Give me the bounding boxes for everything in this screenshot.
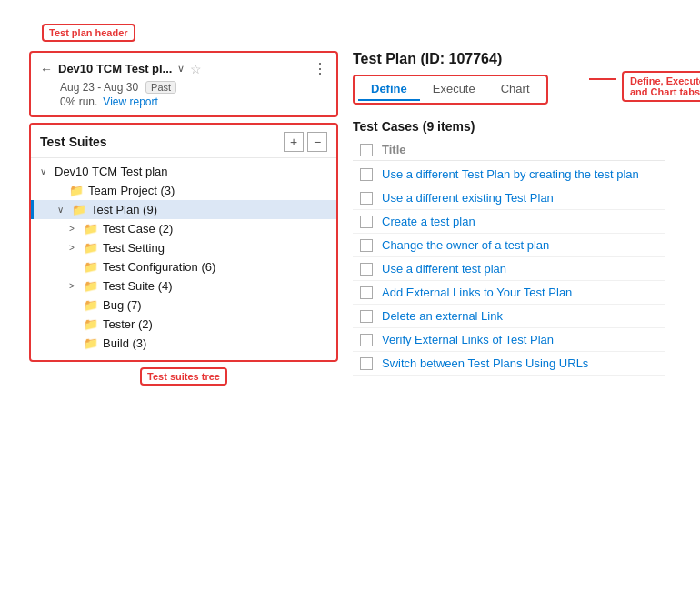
tree-item[interactable]: 📁Bug (7) <box>31 296 336 315</box>
test-suites-tree: ∨Dev10 TCM Test plan📁Team Project (3)∨📁T… <box>31 162 336 353</box>
folder-icon: 📁 <box>84 298 98 312</box>
tab-chart[interactable]: Chart <box>488 78 543 101</box>
folder-icon: 📁 <box>72 203 86 216</box>
test-case-label[interactable]: Create a test plan <box>382 215 475 228</box>
test-case-label[interactable]: Delete an external Link <box>382 309 503 323</box>
expand-chevron-icon: > <box>69 243 80 253</box>
row-checkbox[interactable] <box>360 263 373 276</box>
test-plan-header-annotation: Test plan header <box>42 24 135 42</box>
collapse-suite-button[interactable]: − <box>307 132 327 152</box>
tree-item-label: Dev10 TCM Test plan <box>55 165 168 178</box>
tree-item-label: Team Project (3) <box>88 184 175 197</box>
test-suites-title: Test Suites <box>40 135 280 149</box>
test-suites-panel: Test Suites + − ∨Dev10 TCM Test plan📁Tea… <box>29 123 338 362</box>
folder-icon: 📁 <box>84 279 98 293</box>
tree-item[interactable]: 📁Tester (2) <box>31 315 336 334</box>
folder-icon: 📁 <box>84 222 98 236</box>
row-checkbox[interactable] <box>360 357 373 370</box>
test-case-row: Verify External Links of Test Plan <box>353 328 665 352</box>
test-case-row: Switch between Test Plans Using URLs <box>353 352 665 376</box>
row-checkbox[interactable] <box>360 334 373 346</box>
folder-icon: 📁 <box>84 317 98 331</box>
tree-item-label: Test Setting <box>103 241 165 255</box>
select-all-checkbox[interactable] <box>360 144 373 156</box>
test-case-row: Use a different Test Plan by creating th… <box>353 163 665 186</box>
more-options-icon[interactable]: ⋮ <box>313 60 327 77</box>
test-case-label[interactable]: Change the owner of a test plan <box>382 238 549 252</box>
test-cases-title: Test Cases (9 items) <box>353 119 665 134</box>
tree-item[interactable]: 📁Test Configuration (6) <box>31 257 336 276</box>
test-case-label[interactable]: Use a different existing Test Plan <box>382 191 554 205</box>
expand-chevron-icon: > <box>69 224 80 234</box>
run-percent: 0% run. <box>60 95 97 108</box>
tree-item[interactable]: >📁Test Suite (4) <box>31 276 336 296</box>
back-button[interactable]: ← <box>40 62 53 76</box>
row-checkbox[interactable] <box>360 216 373 228</box>
test-cases-list: Use a different Test Plan by creating th… <box>353 163 665 376</box>
row-checkbox[interactable] <box>360 286 373 299</box>
tree-item-label: Bug (7) <box>103 298 142 312</box>
test-plan-header: ← Dev10 TCM Test pl... ∨ ☆ ⋮ Aug 23 - Au… <box>29 51 338 117</box>
plan-id-title: Test Plan (ID: 107764) <box>353 51 665 67</box>
row-checkbox[interactable] <box>360 310 373 323</box>
test-case-label[interactable]: Switch between Test Plans Using URLs <box>382 356 588 370</box>
tree-item[interactable]: 📁Build (3) <box>31 334 336 353</box>
define-execute-chart-annotation: Define, Execute,and Chart tabs <box>622 71 700 102</box>
plan-date-range: Aug 23 - Aug 30 <box>60 81 138 94</box>
view-report-link[interactable]: View report <box>103 95 157 108</box>
row-checkbox[interactable] <box>360 192 373 205</box>
tree-item[interactable]: >📁Test Setting <box>31 238 336 257</box>
plan-dropdown-chevron[interactable]: ∨ <box>177 63 185 75</box>
tree-item[interactable]: ∨Dev10 TCM Test plan <box>31 162 336 181</box>
test-case-row: Create a test plan <box>353 210 665 234</box>
tree-item[interactable]: 📁Team Project (3) <box>31 181 336 200</box>
test-cases-header: Title <box>353 139 665 161</box>
tree-item-label: Test Configuration (6) <box>103 260 215 274</box>
expand-chevron-icon: ∨ <box>40 166 51 176</box>
favorite-star-icon[interactable]: ☆ <box>190 62 202 76</box>
row-checkbox[interactable] <box>360 239 373 252</box>
right-panel: Test Plan (ID: 107764) DefineExecuteChar… <box>347 51 671 386</box>
test-case-label[interactable]: Verify External Links of Test Plan <box>382 333 554 346</box>
test-case-row: Add External Links to Your Test Plan <box>353 281 665 305</box>
expand-chevron-icon: > <box>69 281 80 291</box>
tabs-container: DefineExecuteChart <box>353 75 548 105</box>
tree-item-label: Build (3) <box>103 336 146 350</box>
tree-item-label: Test Case (2) <box>103 222 173 236</box>
tree-item[interactable]: >📁Test Case (2) <box>31 219 336 238</box>
plan-title: Dev10 TCM Test pl... <box>58 62 172 75</box>
tree-item[interactable]: ∨📁Test Plan (9) <box>31 200 336 219</box>
test-case-row: Use a different test plan <box>353 257 665 281</box>
past-badge: Past <box>145 81 176 94</box>
test-case-row: Delete an external Link <box>353 305 665 328</box>
expand-chevron-icon: ∨ <box>57 205 68 215</box>
folder-icon: 📁 <box>84 336 98 350</box>
test-case-label[interactable]: Use a different test plan <box>382 262 506 276</box>
folder-icon: 📁 <box>84 260 98 274</box>
tab-execute[interactable]: Execute <box>420 78 488 101</box>
test-case-row: Use a different existing Test Plan <box>353 186 665 210</box>
test-case-row: Change the owner of a test plan <box>353 234 665 257</box>
row-checkbox[interactable] <box>360 168 373 181</box>
test-suites-tree-annotation: Test suites tree <box>140 367 227 386</box>
add-suite-button[interactable]: + <box>284 132 304 152</box>
test-case-label[interactable]: Add External Links to Your Test Plan <box>382 286 572 299</box>
title-column-header: Title <box>382 143 406 156</box>
tree-item-label: Test Plan (9) <box>91 203 157 216</box>
test-case-label[interactable]: Use a different Test Plan by creating th… <box>382 167 639 181</box>
tab-define[interactable]: Define <box>358 78 420 101</box>
folder-icon: 📁 <box>69 184 84 197</box>
folder-icon: 📁 <box>84 241 98 255</box>
tree-item-label: Test Suite (4) <box>103 279 173 293</box>
tree-item-label: Tester (2) <box>103 317 153 331</box>
